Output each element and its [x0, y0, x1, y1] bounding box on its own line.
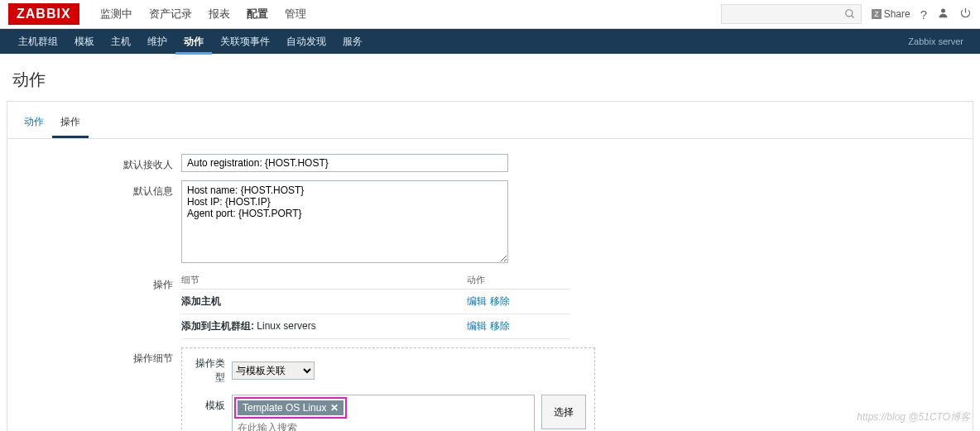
subnav-discovery[interactable]: 自动发现 — [278, 29, 334, 55]
label-default-info: 默认信息 — [24, 180, 181, 266]
menu-inventory[interactable]: 资产记录 — [141, 0, 200, 30]
template-search-input[interactable] — [234, 419, 532, 431]
svg-line-1 — [852, 16, 854, 18]
label-detail: 操作细节 — [24, 347, 181, 431]
operations-table: 细节 动作 添加主机 编辑 移除 添加到主机群组: Linux servers — [181, 274, 570, 339]
label-template: 模板 — [190, 395, 232, 413]
op-remove-link[interactable]: 移除 — [490, 319, 510, 333]
content-box: 动作 操作 默认接收人 默认信息 操作 细节 动作 — [7, 101, 973, 431]
search-input[interactable] — [721, 4, 862, 24]
textarea-default-info[interactable] — [181, 180, 508, 263]
user-icon[interactable] — [937, 7, 949, 22]
label-op-type: 操作类型 — [190, 357, 232, 385]
operation-row: 添加主机 编辑 移除 — [181, 290, 570, 314]
search-icon[interactable] — [844, 8, 856, 22]
subnav-maintenance[interactable]: 维护 — [139, 29, 175, 55]
power-icon[interactable] — [959, 7, 972, 22]
ops-header-detail: 细节 — [181, 274, 467, 286]
tab-action[interactable]: 动作 — [16, 110, 52, 138]
share-button[interactable]: Z Share — [872, 8, 910, 20]
op-detail: 添加主机 — [181, 295, 467, 309]
select-template-button[interactable]: 选择 — [541, 395, 586, 429]
subnav-templates[interactable]: 模板 — [66, 29, 103, 55]
menu-reports[interactable]: 报表 — [200, 0, 238, 30]
operation-row: 添加到主机群组: Linux servers 编辑 移除 — [181, 314, 570, 339]
label-operations: 操作 — [24, 274, 181, 339]
server-name: Zabbix server — [908, 36, 970, 46]
input-default-recipient[interactable] — [181, 154, 508, 172]
zabbix-logo[interactable]: ZABBIX — [8, 3, 79, 25]
subnav-actions[interactable]: 动作 — [175, 29, 212, 55]
remove-template-icon[interactable]: ✕ — [330, 402, 339, 414]
subnav-hosts[interactable]: 主机 — [103, 29, 139, 55]
svg-point-2 — [941, 9, 945, 13]
menu-admin[interactable]: 管理 — [276, 0, 315, 30]
template-tag[interactable]: Template OS Linux ✕ — [238, 400, 343, 415]
subnav-correlation[interactable]: 关联项事件 — [212, 29, 278, 55]
subnav-services[interactable]: 服务 — [334, 29, 371, 55]
ops-header-action: 动作 — [467, 274, 485, 286]
op-remove-link[interactable]: 移除 — [490, 295, 510, 309]
template-select-wrap[interactable]: Template OS Linux ✕ — [232, 395, 535, 431]
op-edit-link[interactable]: 编辑 — [467, 319, 487, 333]
operation-detail-box: 操作类型 与模板关联 模板 Template OS Linux — [181, 347, 595, 431]
help-icon[interactable]: ? — [920, 7, 927, 22]
tab-operations[interactable]: 操作 — [52, 110, 89, 138]
menu-monitoring[interactable]: 监测中 — [92, 0, 141, 30]
top-menu: 监测中 资产记录 报表 配置 管理 — [92, 0, 315, 30]
watermark: https://blog @51CTO博客 — [857, 410, 970, 424]
op-detail: 添加到主机群组: Linux servers — [181, 319, 467, 333]
svg-point-0 — [846, 10, 853, 17]
menu-config[interactable]: 配置 — [238, 0, 276, 30]
page-title: 动作 — [0, 54, 980, 101]
select-op-type[interactable]: 与模板关联 — [232, 362, 315, 380]
tabs: 动作 操作 — [7, 102, 973, 139]
label-default-recipient: 默认接收人 — [24, 154, 181, 172]
sub-navigation: 主机群组 模板 主机 维护 动作 关联项事件 自动发现 服务 Zabbix se… — [0, 29, 980, 54]
subnav-hostgroups[interactable]: 主机群组 — [10, 29, 66, 55]
top-header: ZABBIX 监测中 资产记录 报表 配置 管理 Z Share ? — [0, 0, 980, 29]
op-edit-link[interactable]: 编辑 — [467, 295, 487, 309]
